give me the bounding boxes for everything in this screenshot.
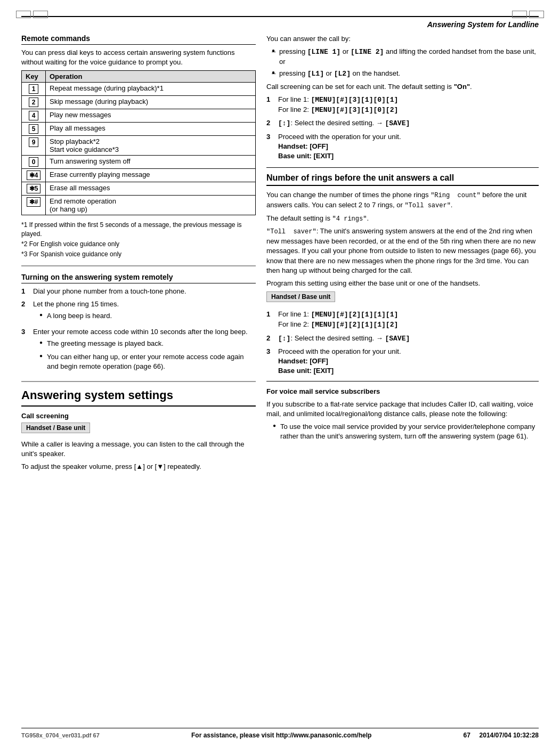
corner-decoration-2 — [33, 11, 48, 18]
turning-on-step: 2Let the phone ring 15 times.A long beep… — [21, 299, 256, 324]
table-key-cell: ✱# — [22, 196, 46, 215]
call-screening-text1: While a caller is leaving a message, you… — [21, 440, 256, 459]
key-box: 5 — [29, 124, 38, 134]
table-op-cell: Stop playback*2Start voice guidance*3 — [46, 136, 256, 156]
call-screening-section: Call screening Handset / Base unit While… — [21, 412, 256, 472]
call-screening-note: Call screening can be set for each unit.… — [266, 82, 539, 92]
header-title: Answering System for Landline — [427, 20, 539, 29]
voice-mail-section: For voice mail service subscribers If yo… — [266, 387, 539, 441]
page: Answering System for Landline Remote com… — [0, 0, 560, 755]
step-nr-2: 2 [↕]: Select the desired setting. → [SA… — [266, 334, 539, 344]
answering-settings-title: Answering system settings — [21, 388, 256, 407]
footnotes: *1 If pressed within the first 5 seconds… — [21, 221, 256, 258]
remote-commands-table: Key Operation 1Repeat message (during pl… — [21, 70, 256, 215]
handset-base-badge-right-container: Handset / Base unit — [266, 291, 539, 305]
program-note: Program this setting using either the ba… — [266, 279, 539, 288]
table-op-cell: Erase currently playing message — [46, 169, 256, 182]
table-op-cell: Turn answering system off — [46, 156, 256, 169]
table-key-cell: ✱5 — [22, 182, 46, 196]
table-op-cell: Play new messages — [46, 109, 256, 123]
number-of-rings-steps: 1 For line 1: [MENU][#][2][1][1][1] For … — [266, 310, 539, 376]
step-cs-1: 1 For line 1: [MENU][#][3][1][0][1] For … — [266, 95, 539, 115]
page-footer: TG958x_0704_ver031.pdf 67 For assistance… — [21, 728, 539, 739]
footer-filename: TG958x_0704_ver031.pdf 67 — [21, 732, 100, 738]
call-screening-text2: To adjust the speaker volume, press [▲] … — [21, 462, 256, 472]
footnote-item: *3 For Spanish voice guidance only — [21, 250, 256, 259]
number-of-rings-title: Number of rings before the unit answers … — [266, 173, 539, 186]
call-answer-section: You can answer the call by: – pressing [… — [266, 34, 539, 161]
left-column: Remote commands You can press dial keys … — [21, 34, 256, 475]
turning-on-steps: 1Dial your phone number from a touch-ton… — [21, 287, 256, 375]
table-op-cell: Erase all messages — [46, 182, 256, 196]
turning-on-section: Turning on the answering system remotely… — [21, 273, 256, 375]
footnote-item: *2 For English voice guidance only — [21, 240, 256, 249]
key-box: ✱4 — [27, 171, 41, 180]
voice-mail-text: If you subscribe to a flat-rate service … — [266, 400, 539, 419]
step-bullet-item: A long beep is heard. — [39, 311, 256, 321]
step-number: 2 — [21, 299, 29, 324]
call-screening-steps: 1 For line 1: [MENU][#][3][1][0][1] For … — [266, 95, 539, 161]
footer-help-text: For assistance, please visit http://www.… — [191, 732, 371, 739]
right-column: You can answer the call by: – pressing [… — [266, 34, 539, 475]
divider-right-1 — [266, 167, 539, 168]
step-cs-2: 2 [↕]: Select the desired setting. → [SA… — [266, 118, 539, 128]
footer-right: 67 2014/07/04 10:32:28 — [464, 732, 539, 739]
number-of-rings-intro: You can change the number of times the p… — [266, 190, 539, 210]
table-op-cell: Play all messages — [46, 123, 256, 136]
key-box: 1 — [29, 84, 38, 94]
table-col-key: Key — [22, 71, 46, 83]
key-box: 0 — [29, 157, 38, 167]
handset-base-badge-left: Handset / Base unit — [21, 423, 90, 433]
remote-commands-intro: You can press dial keys to access certai… — [21, 48, 256, 67]
toll-saver-detail: "Toll saver": The unit's answering syste… — [266, 226, 539, 275]
table-key-cell: ✱4 — [22, 169, 46, 182]
voice-mail-title: For voice mail service subscribers — [266, 387, 539, 396]
footnote-item: *1 If pressed within the first 5 seconds… — [21, 221, 256, 239]
table-op-cell: End remote operation(or hang up) — [46, 196, 256, 215]
call-answer-intro: You can answer the call by: — [266, 34, 539, 44]
step-nr-1: 1 For line 1: [MENU][#][2][1][1][1] For … — [266, 310, 539, 330]
step-content: Let the phone ring 15 times.A long beep … — [33, 299, 256, 324]
turning-on-step: 3Enter your remote access code within 10… — [21, 327, 256, 375]
corner-decoration-4 — [529, 11, 544, 18]
divider-1 — [21, 265, 256, 266]
main-content: Remote commands You can press dial keys … — [21, 34, 539, 475]
step-bullets: The greeting message is played back.You … — [33, 339, 256, 371]
table-key-cell: 1 — [22, 83, 46, 96]
turning-on-title: Turning on the answering system remotely — [21, 273, 256, 283]
call-screening-title: Call screening — [21, 412, 256, 420]
page-number: 67 — [464, 732, 470, 739]
default-setting: The default setting is "4 rings". — [266, 214, 539, 224]
voice-mail-bullets: To use the voice mail service provided b… — [266, 422, 539, 441]
remote-commands-title: Remote commands — [21, 34, 256, 45]
voice-mail-bullet: To use the voice mail service provided b… — [273, 422, 539, 441]
table-op-cell: Repeat message (during playback)*1 — [46, 83, 256, 96]
handset-base-badge-right: Handset / Base unit — [266, 291, 335, 302]
step-bullet-item: You can either hang up, or enter your re… — [39, 352, 256, 371]
corner-decoration-1 — [16, 11, 31, 18]
page-header: Answering System for Landline — [21, 16, 539, 29]
step-cs-3: 3 Proceed with the operation for your un… — [266, 132, 539, 161]
table-key-cell: 4 — [22, 109, 46, 123]
turning-on-step: 1Dial your phone number from a touch-ton… — [21, 287, 256, 296]
step-content: Dial your phone number from a touch-tone… — [33, 287, 256, 296]
step-content: Enter your remote access code within 10 … — [33, 327, 256, 375]
table-key-cell: 9 — [22, 136, 46, 156]
corner-decoration-3 — [512, 11, 527, 18]
key-box: 4 — [29, 111, 38, 120]
footer-date: 2014/07/04 10:32:28 — [480, 732, 539, 739]
bullet-line1: – pressing [LINE 1] or [LINE 2] and lift… — [272, 47, 539, 67]
table-op-cell: Skip message (during playback) — [46, 96, 256, 109]
key-box: ✱# — [27, 197, 41, 207]
step-number: 3 — [21, 327, 29, 375]
key-box: 9 — [29, 137, 38, 147]
bullet-line2: – pressing [L1] or [L2] on the handset. — [272, 69, 539, 79]
step-nr-3: 3 Proceed with the operation for your un… — [266, 347, 539, 376]
step-bullets: A long beep is heard. — [33, 311, 256, 321]
table-col-operation: Operation — [46, 71, 256, 83]
divider-2 — [21, 381, 256, 382]
key-box: ✱5 — [27, 184, 41, 193]
table-key-cell: 2 — [22, 96, 46, 109]
call-answer-bullets: – pressing [LINE 1] or [LINE 2] and lift… — [266, 47, 539, 79]
key-box: 2 — [29, 98, 38, 107]
